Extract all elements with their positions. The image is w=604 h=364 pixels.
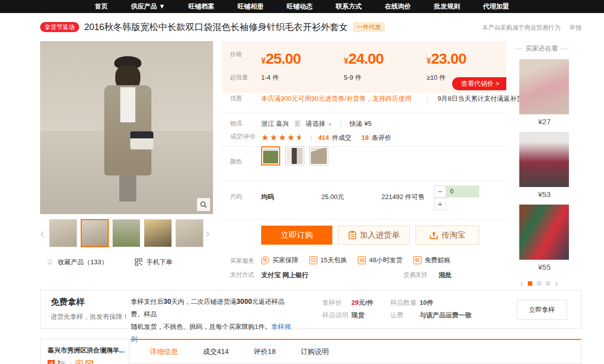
service-guarantee[interactable]: 保买家保障 bbox=[261, 256, 298, 265]
view-consign-price-button[interactable]: 查看代销价 > bbox=[452, 77, 506, 90]
destination-select[interactable]: 请选择 ∨ bbox=[306, 119, 332, 128]
color-swatch-2[interactable] bbox=[285, 146, 304, 165]
favorite-row: ☆ 收藏产品（133） 手机下单 bbox=[46, 257, 172, 267]
sidebar-product-3[interactable]: ¥55 bbox=[519, 205, 569, 271]
quantity-plus-button[interactable]: + bbox=[434, 198, 446, 210]
payment-label: 支付方式 bbox=[230, 271, 261, 279]
price-tier-3: ¥23.00 bbox=[427, 50, 509, 67]
color-swatches bbox=[261, 146, 328, 165]
pager-dot-2[interactable] bbox=[537, 281, 541, 286]
guarantee-icon: 保 bbox=[261, 256, 269, 264]
size-label: 尺码 bbox=[230, 193, 261, 201]
top-right-links: 本产品采购属于商业贸易行为 举报 bbox=[482, 24, 581, 32]
tab-reviews[interactable]: 评价18 bbox=[254, 347, 276, 356]
mobile-order[interactable]: 手机下单 bbox=[135, 258, 172, 267]
favorite-star-icon[interactable]: ☆ bbox=[46, 257, 54, 267]
nav-home[interactable]: 首页 bbox=[95, 2, 108, 11]
color-swatch-3[interactable] bbox=[309, 146, 328, 165]
sample-info-col-2: 样品数量10件 运费与该产品运费一致 bbox=[390, 296, 478, 321]
event-badge[interactable]: 拿货节返场 bbox=[40, 22, 79, 32]
seller-name[interactable]: 嘉兴市秀洲区洪合澜漪羊... bbox=[48, 346, 128, 355]
price-value: 25.00 bbox=[266, 50, 301, 67]
deals-count[interactable]: 414 bbox=[318, 134, 329, 141]
48h-icon: 48 bbox=[358, 256, 366, 264]
favorite-button[interactable]: 收藏产品（133） bbox=[58, 258, 108, 267]
separator: | bbox=[427, 94, 428, 102]
nav-inquiry[interactable]: 在线询价 bbox=[385, 2, 411, 11]
reviews-count[interactable]: 18 bbox=[361, 134, 368, 141]
tab-order-notes[interactable]: 订购说明 bbox=[301, 347, 329, 356]
quantity-minus-button[interactable]: − bbox=[434, 186, 446, 198]
sample-qty-value: 10件 bbox=[420, 299, 433, 306]
price-label: 价格 bbox=[230, 50, 261, 67]
15day-icon: 15 bbox=[309, 256, 317, 264]
sidebar-product-1[interactable]: ¥27 bbox=[519, 59, 569, 126]
coupon-link[interactable]: 本店满300元可用30元进货券/补货券，支持跨店使用 bbox=[261, 94, 412, 103]
top-nav: 首页 供应产品 ▼ 旺铺档案 旺铺相册 旺铺动态 联系方式 在线询价 批发规则 … bbox=[0, 0, 604, 13]
rating-content: ★★★★★★ | 414 件成交 18 条评价 bbox=[261, 132, 391, 143]
service-label: 买家保障 bbox=[272, 256, 298, 265]
thumbnail-1[interactable] bbox=[49, 219, 77, 247]
add-to-purchase-list-button[interactable]: 加入进货单 bbox=[338, 226, 410, 245]
nav-contact[interactable]: 联系方式 bbox=[336, 2, 362, 11]
star-icon: ★ bbox=[279, 132, 287, 143]
thumbs-next-icon[interactable]: › bbox=[206, 219, 213, 247]
moq-label: 起批量 bbox=[230, 73, 261, 82]
moq-tier-2: 5-9 件 bbox=[344, 73, 427, 82]
nav-wholesale-rules[interactable]: 批发规则 bbox=[434, 2, 460, 11]
sample-desc-text: 天内，二次店铺进货满 bbox=[171, 298, 237, 305]
push-to-taobao-button[interactable]: 传淘宝 bbox=[416, 226, 479, 245]
nav-products[interactable]: 供应产品 ▼ bbox=[131, 2, 165, 11]
thumbnail-5[interactable] bbox=[175, 219, 204, 247]
tab-detail-info-active[interactable]: 详细信息 bbox=[150, 347, 178, 356]
dash-line bbox=[515, 49, 522, 49]
promo-label: 优惠 bbox=[230, 94, 261, 103]
sample-desc-text: 随机发货，不挑色、挑码，且每个买家限购1件。 bbox=[131, 323, 271, 330]
pager-next-icon[interactable]: › bbox=[555, 278, 558, 289]
currency-symbol: ¥ bbox=[344, 57, 348, 65]
order-now-button[interactable]: 立即订购 bbox=[261, 226, 332, 245]
sidebar-product-price: ¥27 bbox=[519, 117, 569, 126]
magnifier-icon[interactable] bbox=[197, 198, 210, 211]
clipboard-icon bbox=[348, 231, 356, 240]
pager-prev-icon[interactable]: ‹ bbox=[520, 278, 523, 289]
color-swatch-1-selected[interactable] bbox=[261, 146, 280, 165]
action-buttons: 立即订购 加入进货单 传淘宝 bbox=[261, 226, 479, 245]
push-to-taobao-label: 传淘宝 bbox=[442, 230, 466, 241]
pager-dot-3[interactable] bbox=[546, 281, 550, 286]
quantity-input[interactable]: 0 bbox=[446, 186, 479, 198]
logistics-label: 物流 bbox=[230, 119, 261, 128]
thumbnail-3[interactable] bbox=[112, 219, 140, 247]
nav-shop-album[interactable]: 旺铺相册 bbox=[238, 2, 264, 11]
pager-dot-1-active[interactable] bbox=[528, 281, 532, 286]
size-price: 25.00元 bbox=[321, 193, 344, 202]
integrity-badge-icon: 诚 bbox=[48, 360, 55, 364]
sidebar-product-price: ¥55 bbox=[519, 263, 569, 271]
sidebar-product-image bbox=[519, 59, 569, 114]
sidebar-product-2[interactable]: ¥53 bbox=[519, 132, 569, 199]
ship-to-label: 至 bbox=[294, 119, 301, 128]
sample-price-label: 拿样价 bbox=[322, 296, 351, 309]
report-link[interactable]: 举报 bbox=[569, 24, 581, 32]
trade-support-label: 交易支持 bbox=[404, 271, 428, 279]
get-sample-button[interactable]: 立即拿样 bbox=[517, 300, 567, 320]
add-to-purchase-list-label: 加入进货单 bbox=[360, 230, 400, 241]
thumbnail-4[interactable] bbox=[144, 219, 172, 247]
nav-shop-profile[interactable]: 旺铺档案 bbox=[188, 2, 215, 11]
service-15day-exchange[interactable]: 1515天包换 bbox=[309, 256, 347, 265]
sample-desc-text: 拿样支付后 bbox=[131, 298, 163, 305]
envelope-icon[interactable] bbox=[85, 360, 93, 364]
ship-from: 浙江 嘉兴 bbox=[261, 119, 289, 128]
divider bbox=[222, 113, 506, 113]
service-free-credit[interactable]: 赊免费赊账 bbox=[414, 256, 451, 265]
credit-icon: 赊 bbox=[414, 256, 422, 264]
main-product-image[interactable] bbox=[40, 41, 213, 214]
nav-shop-feed[interactable]: 旺铺动态 bbox=[287, 2, 313, 11]
price-value: 24.00 bbox=[348, 50, 383, 67]
tab-deals[interactable]: 成交414 bbox=[203, 347, 229, 356]
sidebar-title-row: 买家还在看 bbox=[515, 44, 569, 53]
service-48h-shipping[interactable]: 4848小时发货 bbox=[358, 256, 402, 265]
nav-agency[interactable]: 代理加盟 bbox=[483, 2, 509, 11]
thumbs-prev-icon[interactable]: ‹ bbox=[40, 219, 47, 247]
thumbnail-2-selected[interactable] bbox=[81, 219, 109, 247]
